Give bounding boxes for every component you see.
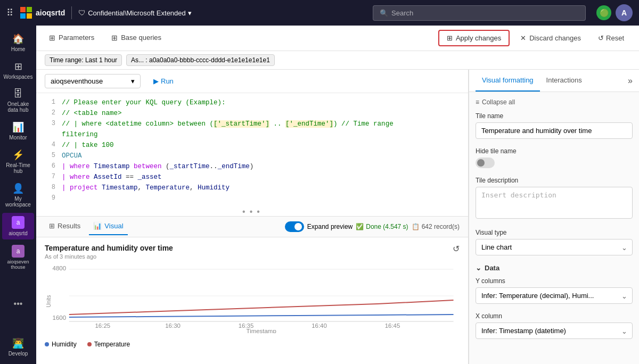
results-label: Results [58, 222, 80, 230]
expand-preview-toggle[interactable] [285, 221, 304, 232]
tab-visual[interactable]: 📊 Visual [89, 218, 127, 235]
reset-icon: ↺ [598, 34, 604, 42]
sidebar-item-aioqsrtd[interactable]: a aioqsrtd [2, 213, 34, 239]
chart-header: Temperature and humidity over time As of… [45, 244, 173, 260]
sidebar-item-develop[interactable]: 👨‍💻 Develop [2, 334, 34, 360]
monitor-icon: 📊 [12, 121, 24, 133]
visual-type-select[interactable]: Line chart [476, 239, 633, 255]
sidebar-item-label: Workspaces [4, 74, 33, 80]
collapse-all-label: Collapse all [482, 98, 515, 106]
notification-icon[interactable]: 🟢 [596, 5, 611, 20]
line-number: 3 [40, 119, 55, 129]
sidebar-item-label: OneLake data hub [4, 101, 32, 113]
sidebar-item-label: Develop [9, 351, 28, 357]
header-toolbar: ⊞ Parameters ⊞ Base queries ⊞ Apply chan… [36, 26, 639, 51]
legend-temperature: Temperature [87, 341, 130, 348]
grid-icon[interactable]: ⠿ [6, 7, 13, 19]
sidebar-item-onelake[interactable]: 🗄 OneLake data hub [2, 85, 34, 116]
database-selector[interactable]: aioqseventhouse ▾ [45, 74, 141, 88]
sidebar-more[interactable]: ••• [2, 296, 34, 312]
run-icon: ▶ [153, 77, 159, 85]
tab-parameters-label: Parameters [59, 34, 94, 42]
visual-type-label: Visual type [476, 229, 633, 236]
search-box[interactable]: 🔍 [373, 5, 586, 21]
sidebar-item-workspaces[interactable]: ⊞ Workspaces [2, 57, 34, 83]
sidebar-item-home[interactable]: 🏠 Home [2, 30, 34, 55]
develop-icon: 👨‍💻 [12, 337, 24, 349]
expand-preview-label: Expand preview [307, 223, 353, 230]
y-columns-wrapper: Infer: Temperature (decimal), Humi... [476, 287, 633, 304]
tab-parameters[interactable]: ⊞ Parameters [45, 27, 99, 49]
line-number: 6 [40, 161, 55, 171]
svg-rect-2 [20, 13, 26, 19]
hide-tile-toggle[interactable] [476, 158, 495, 168]
avatar[interactable]: A [616, 4, 633, 21]
line-number: 5 [40, 151, 55, 161]
sidebar-item-label: My workspace [4, 196, 32, 208]
code-line-2: 2 // <table name> [36, 108, 468, 119]
line-number: 9 [40, 193, 55, 203]
data-section-label: Data [485, 264, 499, 272]
y-columns-select[interactable]: Infer: Temperature (decimal), Humi... [476, 287, 633, 304]
hide-tile-name-section: Hide tile name [476, 147, 633, 168]
tile-description-input[interactable] [476, 187, 633, 219]
tab-interactions[interactable]: Interactions [540, 70, 588, 92]
sidebar-item-label: Home [11, 46, 26, 52]
collapse-all-button[interactable]: ≡ Collapse all [476, 98, 633, 106]
tile-description-section: Tile description [476, 177, 633, 220]
chart-container: 4800 1600 Units [45, 264, 460, 338]
x-column-label: X column [476, 312, 633, 320]
records-label: 642 record(s) [422, 223, 460, 230]
expand-icon[interactable]: » [628, 76, 633, 86]
search-input[interactable] [391, 9, 579, 17]
ellipsis-icon: ••• [14, 299, 23, 309]
reset-button[interactable]: ↺ Reset [592, 31, 630, 45]
code-content: // | where <datetime column> between (['… [62, 119, 394, 129]
search-icon: 🔍 [380, 9, 388, 17]
asset-label: As... : a0a0a0a0-bbbb-cccc-dddd-e1e1e1e1… [131, 56, 270, 64]
chevron-down-icon: ▾ [188, 9, 192, 17]
filter-bar: Time range: Last 1 hour As... : a0a0a0a0… [36, 51, 639, 70]
code-content: // <table name> [62, 108, 122, 119]
results-tabs: ⊞ Results 📊 Visual Expand preview ✅ Done [36, 216, 468, 237]
asset-filter[interactable]: As... : a0a0a0a0-bbbb-cccc-dddd-e1e1e1e1… [126, 54, 275, 66]
status-label: Done (4.547 s) [366, 223, 408, 230]
chart-refresh-icon[interactable]: ↺ [453, 244, 460, 254]
apply-changes-button[interactable]: ⊞ Apply changes [438, 30, 510, 46]
code-line-3b: 3 filtering [36, 129, 468, 140]
line-number: 2 [40, 108, 55, 118]
x-column-section: X column Infer: Timestamp (datetime) [476, 312, 633, 339]
hide-tile-toggle-row [476, 158, 633, 168]
tab-base-queries[interactable]: ⊞ Base queries [107, 27, 166, 49]
realtime-icon: ⚡ [12, 149, 24, 161]
ellipsis-more: ••• [36, 204, 468, 216]
svg-text:1600: 1600 [53, 315, 67, 320]
svg-text:4800: 4800 [53, 265, 67, 271]
svg-text:Timestamp: Timestamp [247, 328, 276, 333]
tab-results[interactable]: ⊞ Results [45, 218, 85, 235]
sidebar-item-label: Monitor [9, 135, 27, 140]
x-column-select[interactable]: Infer: Timestamp (datetime) [476, 322, 633, 339]
chart-title: Temperature and humidity over time [45, 244, 173, 252]
sidebar-item-realtime[interactable]: ⚡ Real-Time hub [2, 146, 34, 177]
legend-humidity: Humidity [45, 341, 77, 348]
code-editor[interactable]: 1 // Please enter your KQL query (Exampl… [36, 93, 468, 216]
run-label: Run [161, 77, 174, 85]
chevron-down-icon: ⌄ [476, 264, 481, 272]
sidebar-item-monitor[interactable]: 📊 Monitor [2, 118, 34, 144]
time-range-filter[interactable]: Time range: Last 1 hour [45, 54, 122, 66]
chart-svg: 4800 1600 Units [45, 264, 460, 333]
data-section-header[interactable]: ⌄ Data [476, 264, 633, 272]
tile-name-input[interactable] [476, 122, 633, 139]
run-button[interactable]: ▶ Run [147, 75, 180, 88]
tab-visual-formatting[interactable]: Visual formatting [476, 70, 540, 92]
discard-changes-button[interactable]: ✕ Discard changes [514, 31, 587, 45]
svg-rect-1 [27, 7, 32, 12]
sidebar-item-aioqseventhouse[interactable]: a aioqseven thouse [2, 242, 34, 273]
code-content: // | take 100 [62, 140, 114, 151]
workspace-selector[interactable]: 🛡 Confidential\Microsoft Extended ▾ [78, 9, 192, 17]
sidebar-item-myworkspace[interactable]: 👤 My workspace [2, 179, 34, 211]
code-line-4: 4 // | take 100 [36, 140, 468, 151]
code-line-9: 9 [36, 193, 468, 204]
code-content: OPCUA [62, 151, 82, 161]
